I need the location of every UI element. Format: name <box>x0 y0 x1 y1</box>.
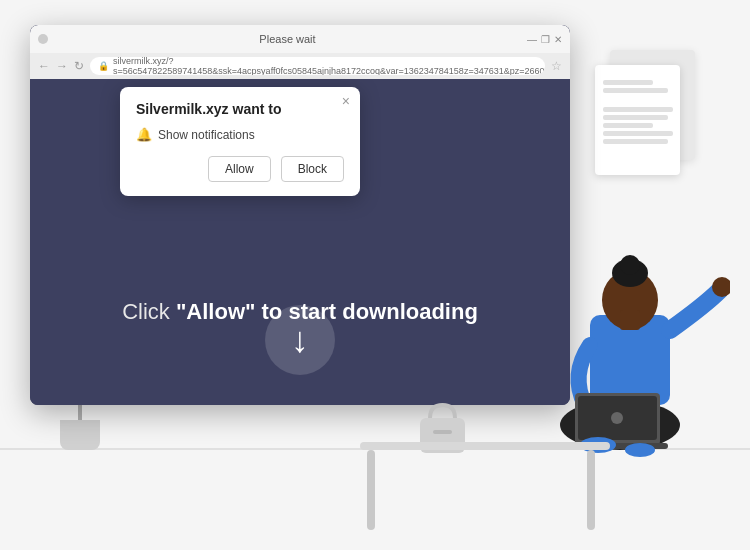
desk-leg-left <box>587 450 595 530</box>
url-text: silvermilk.xyz/?s=56c547822589741458&ssk… <box>113 57 545 75</box>
allow-button[interactable]: Allow <box>208 156 271 182</box>
bookmark-icon[interactable]: ☆ <box>551 59 562 73</box>
download-icon: ↓ <box>291 319 309 361</box>
reload-button[interactable]: ↻ <box>74 59 84 73</box>
back-button[interactable]: ← <box>38 59 50 73</box>
svg-point-11 <box>625 443 655 457</box>
popup-close-button[interactable]: × <box>342 93 350 109</box>
close-btn[interactable]: ✕ <box>554 34 562 45</box>
lock-icon: 🔒 <box>98 61 109 71</box>
minimize-btn[interactable]: — <box>527 34 537 45</box>
titlebar-dot <box>38 34 48 44</box>
popup-title: Silvermilk.xyz want to <box>136 101 344 117</box>
popup-notification-row: 🔔 Show notifications <box>136 127 344 142</box>
svg-rect-14 <box>433 430 452 434</box>
browser-addressbar: ← → ↻ 🔒 silvermilk.xyz/?s=56c54782258974… <box>30 53 570 79</box>
download-icon-container: ↓ <box>265 305 335 375</box>
popup-buttons: Allow Block <box>136 156 344 182</box>
maximize-btn[interactable]: ❐ <box>541 34 550 45</box>
svg-point-8 <box>611 412 623 424</box>
forward-button[interactable]: → <box>56 59 68 73</box>
browser-content: × Silvermilk.xyz want to 🔔 Show notifica… <box>30 79 570 405</box>
svg-point-4 <box>620 255 640 275</box>
notification-popup: × Silvermilk.xyz want to 🔔 Show notifica… <box>120 87 360 196</box>
browser-tab-title: Please wait <box>54 33 521 45</box>
address-bar[interactable]: 🔒 silvermilk.xyz/?s=56c547822589741458&s… <box>90 57 545 75</box>
browser-titlebar: Please wait — ❐ ✕ <box>30 25 570 53</box>
titlebar-controls: — ❐ ✕ <box>527 34 562 45</box>
browser-window: Please wait — ❐ ✕ ← → ↻ 🔒 silvermilk.xyz… <box>30 25 570 405</box>
bell-icon: 🔔 <box>136 127 152 142</box>
scene: Please wait — ❐ ✕ ← → ↻ 🔒 silvermilk.xyz… <box>0 0 750 550</box>
desk-leg-right <box>367 450 375 530</box>
notification-label: Show notifications <box>158 128 255 142</box>
desk <box>360 442 610 450</box>
block-button[interactable]: Block <box>281 156 344 182</box>
svg-rect-12 <box>620 310 640 330</box>
person-illustration <box>530 145 730 465</box>
